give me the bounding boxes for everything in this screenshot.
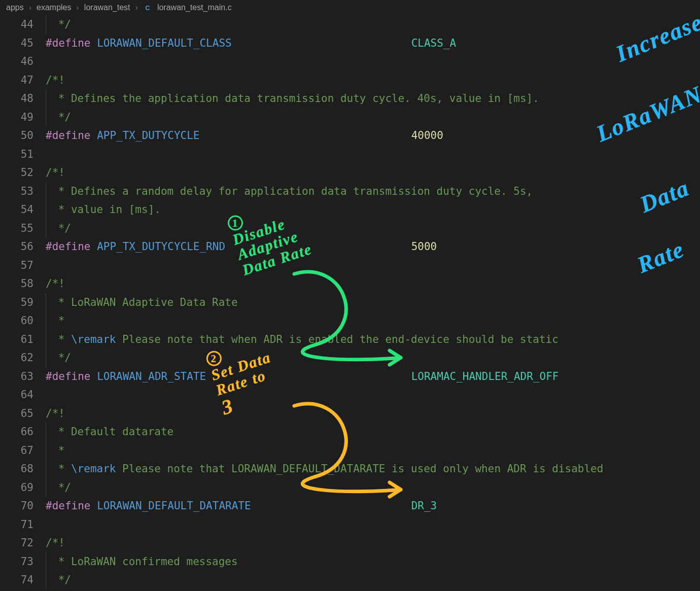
code-line[interactable]: 67 *: [0, 441, 700, 460]
comment-text: * Default datarate: [52, 426, 173, 438]
line-number: 61: [0, 330, 46, 349]
comment-close: */: [52, 481, 71, 494]
token-number: 5000: [411, 240, 437, 253]
token-pad: [199, 129, 411, 142]
comment-open: /*!: [46, 407, 65, 420]
code-line[interactable]: 56#define APP_TX_DUTYCYCLE_RND 5000: [0, 237, 700, 256]
line-number: 53: [0, 182, 46, 201]
token-pad: [251, 500, 411, 512]
token-value: LORAMAC_HANDLER_ADR_OFF: [411, 370, 559, 383]
token-define: #define: [46, 129, 91, 142]
code-line[interactable]: 57: [0, 256, 700, 275]
token-doctag: \remark: [71, 333, 116, 345]
comment-open: /*!: [46, 277, 65, 290]
chevron-right-icon: ›: [135, 3, 138, 12]
code-line[interactable]: 47/*!: [0, 71, 700, 90]
code-line[interactable]: 46: [0, 52, 700, 71]
token-define: #define: [46, 370, 91, 383]
token-doctag: \remark: [71, 463, 116, 475]
comment-close: */: [52, 18, 71, 30]
comment-text: *: [52, 333, 64, 345]
comment-close: */: [52, 352, 71, 364]
line-number: 68: [0, 460, 46, 478]
comment-open: /*!: [46, 74, 65, 86]
line-number: 74: [0, 571, 46, 589]
line-number: 60: [0, 311, 46, 330]
comment-close: */: [52, 574, 71, 586]
code-line[interactable]: 62 */: [0, 349, 700, 367]
comment-text: Please note that LORAWAN_DEFAULT_DATARAT…: [116, 463, 603, 475]
code-line[interactable]: 63#define LORAWAN_ADR_STATE LORAMAC_HAND…: [0, 367, 700, 386]
token-value: DR_3: [411, 500, 437, 512]
comment-text: *: [52, 315, 64, 327]
code-line[interactable]: 50#define APP_TX_DUTYCYCLE 40000: [0, 126, 700, 145]
line-number: 62: [0, 349, 46, 367]
line-number: 73: [0, 552, 46, 571]
token-pad: [206, 370, 411, 383]
breadcrumb-seg-lorawan-test[interactable]: lorawan_test: [84, 3, 130, 12]
line-number: 52: [0, 163, 46, 182]
breadcrumb-seg-apps[interactable]: apps: [6, 3, 24, 12]
token-macro: LORAWAN_DEFAULT_CLASS: [91, 37, 232, 49]
code-line[interactable]: 54 * value in [ms].: [0, 200, 700, 219]
code-line[interactable]: 66 * Default datarate: [0, 423, 700, 441]
code-line[interactable]: 65/*!: [0, 404, 700, 423]
line-number: 54: [0, 200, 46, 219]
line-number: 46: [0, 52, 46, 71]
line-number: 44: [0, 15, 46, 34]
line-number: 66: [0, 423, 46, 441]
code-line[interactable]: 51: [0, 145, 700, 164]
token-define: #define: [46, 37, 91, 49]
code-line[interactable]: 69 */: [0, 478, 700, 497]
line-number: 56: [0, 237, 46, 256]
line-number: 67: [0, 441, 46, 460]
code-line[interactable]: 71: [0, 515, 700, 534]
comment-text: *: [52, 444, 64, 457]
breadcrumb-seg-examples[interactable]: examples: [37, 3, 71, 12]
comment-open: /*!: [46, 166, 65, 179]
code-line[interactable]: 45 #define LORAWAN_DEFAULT_CLASS CLASS_A: [0, 34, 700, 53]
line-number: 51: [0, 145, 46, 164]
code-line[interactable]: 53 * Defines a random delay for applicat…: [0, 182, 700, 201]
line-number: 59: [0, 293, 46, 312]
comment-open: /*!: [46, 537, 65, 549]
line-number: 63: [0, 367, 46, 386]
line-number: 47: [0, 71, 46, 90]
code-line[interactable]: 61 * \remark Please note that when ADR i…: [0, 330, 700, 349]
code-line[interactable]: 48 * Defines the application data transm…: [0, 89, 700, 108]
code-line[interactable]: 73 * LoRaWAN confirmed messages: [0, 552, 700, 571]
comment-close: */: [52, 222, 71, 234]
code-line[interactable]: 74 */: [0, 571, 700, 589]
line-number: 55: [0, 219, 46, 238]
line-number: 50: [0, 126, 46, 145]
code-line[interactable]: 60 *: [0, 311, 700, 330]
breadcrumb-file[interactable]: lorawan_test_main.c: [157, 3, 232, 12]
code-line[interactable]: 70#define LORAWAN_DEFAULT_DATARATE DR_3: [0, 497, 700, 515]
line-number: 70: [0, 497, 46, 515]
code-editor[interactable]: 44 */ 45 #define LORAWAN_DEFAULT_CLASS C…: [0, 15, 700, 591]
code-line[interactable]: 49 */: [0, 108, 700, 127]
token-number: 40000: [411, 129, 443, 142]
token-macro: APP_TX_DUTYCYCLE: [91, 129, 200, 142]
code-line[interactable]: 59 * LoRaWAN Adaptive Data Rate: [0, 293, 700, 312]
token-define: #define: [46, 240, 91, 253]
comment-text: Please note that when ADR is enabled the…: [116, 333, 558, 345]
comment-text: * LoRaWAN confirmed messages: [52, 555, 238, 568]
code-line[interactable]: 52/*!: [0, 163, 700, 182]
comment-text: * LoRaWAN Adaptive Data Rate: [52, 296, 238, 308]
code-line[interactable]: 64: [0, 386, 700, 404]
token-value: CLASS_A: [411, 37, 457, 49]
chevron-right-icon: ›: [77, 3, 79, 12]
token-macro: LORAWAN_ADR_STATE: [91, 370, 206, 383]
line-number: 58: [0, 274, 46, 293]
line-number: 71: [0, 515, 46, 534]
code-line[interactable]: 44 */: [0, 15, 700, 34]
token-pad: [232, 37, 411, 49]
breadcrumb: apps › examples › lorawan_test › C loraw…: [0, 0, 700, 15]
code-line[interactable]: 68 * \remark Please note that LORAWAN_DE…: [0, 460, 700, 478]
line-number: 72: [0, 534, 46, 552]
code-line[interactable]: 55 */: [0, 219, 700, 238]
comment-text: *: [52, 463, 64, 475]
code-line[interactable]: 72/*!: [0, 534, 700, 552]
code-line[interactable]: 58/*!: [0, 274, 700, 293]
